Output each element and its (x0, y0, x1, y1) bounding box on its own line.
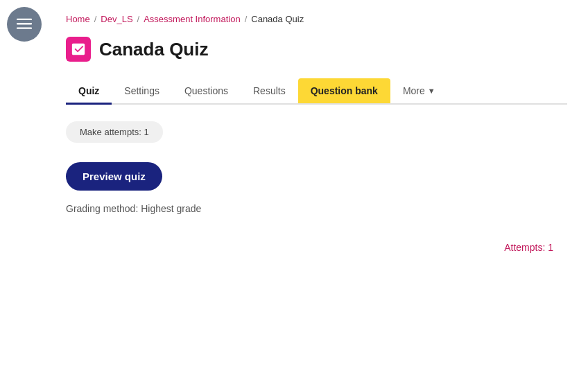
quiz-icon (66, 37, 91, 62)
main-content: Home / Dev_LS / Assessment Information /… (45, 0, 588, 267)
grading-method-text: Grading method: Highest grade (66, 203, 567, 214)
tabs-container: Quiz Settings Questions Results Question… (66, 78, 567, 105)
tab-settings[interactable]: Settings (112, 78, 172, 103)
sidebar-toggle-button[interactable] (7, 7, 42, 42)
tab-questions[interactable]: Questions (172, 78, 241, 103)
page-title-row: Canada Quiz (66, 37, 567, 62)
svg-rect-2 (17, 27, 32, 28)
attempt-banner: Make attempts: 1 (66, 121, 163, 143)
attempt-banner-text: Make attempts: 1 (80, 127, 149, 137)
breadcrumb-devls[interactable]: Dev_LS (101, 14, 132, 24)
chevron-down-icon: ▼ (428, 87, 435, 95)
attempts-row: Attempts: 1 (66, 242, 567, 253)
svg-rect-0 (17, 18, 32, 19)
breadcrumb-sep-3: / (245, 14, 248, 24)
breadcrumb-assessment[interactable]: Assessment Information (144, 14, 240, 24)
breadcrumb-home[interactable]: Home (66, 14, 90, 24)
tab-quiz[interactable]: Quiz (66, 78, 112, 103)
attempts-label: Attempts: 1 (504, 242, 553, 253)
tab-more-label: More (403, 85, 425, 96)
tab-question-bank[interactable]: Question bank (298, 78, 390, 103)
breadcrumb-sep-1: / (94, 14, 97, 24)
svg-rect-1 (17, 23, 32, 24)
tab-results[interactable]: Results (241, 78, 298, 103)
tab-more[interactable]: More ▼ (390, 78, 448, 103)
breadcrumb: Home / Dev_LS / Assessment Information /… (66, 14, 567, 24)
breadcrumb-current: Canada Quiz (251, 14, 304, 24)
page-title: Canada Quiz (99, 39, 208, 60)
preview-quiz-button[interactable]: Preview quiz (66, 162, 162, 191)
hamburger-icon (17, 16, 32, 33)
breadcrumb-sep-2: / (137, 14, 140, 24)
